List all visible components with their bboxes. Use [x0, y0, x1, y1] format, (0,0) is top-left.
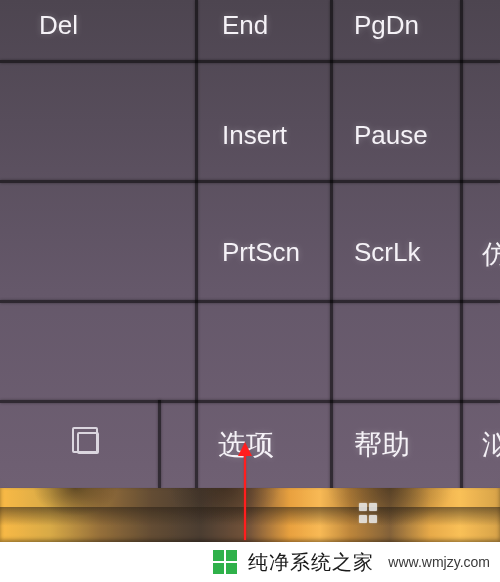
key-label: End	[222, 10, 268, 41]
key-label: Pause	[354, 120, 428, 151]
key-prtscn[interactable]: PrtScn	[208, 225, 330, 300]
grid-line	[0, 300, 500, 303]
key-label: Del	[39, 10, 78, 41]
watermark-url: www.wmjzy.com	[388, 554, 490, 570]
key-del[interactable]: Del	[25, 0, 195, 60]
key-label: 仿	[482, 237, 500, 272]
tray-app-icon[interactable]	[358, 502, 382, 526]
key-pause[interactable]: Pause	[340, 108, 460, 180]
key-label: ScrLk	[354, 237, 420, 268]
key-scrlk[interactable]: ScrLk	[340, 225, 460, 300]
key-label: Insert	[222, 120, 287, 151]
key-label: PrtScn	[222, 237, 300, 268]
key-options[interactable]: 选项	[204, 414, 330, 488]
key-label: PgDn	[354, 10, 419, 41]
key-partial-right-row3[interactable]: 仿	[468, 225, 500, 300]
key-label: 泤	[482, 426, 500, 464]
desktop-taskbar[interactable]	[0, 488, 500, 542]
grid-line	[0, 60, 500, 63]
watermark-brand: 纯净系统之家	[248, 549, 374, 576]
key-pgdn[interactable]: PgDn	[340, 0, 460, 60]
key-label: 帮助	[354, 426, 410, 464]
key-help[interactable]: 帮助	[340, 414, 460, 488]
source-watermark: 纯净系统之家 www.wmjzy.com	[0, 542, 500, 582]
grid-line	[158, 400, 161, 488]
grid-line	[0, 180, 500, 183]
watermark-logo-icon	[212, 549, 238, 575]
key-end[interactable]: End	[208, 0, 330, 60]
key-partial-right-row4[interactable]: 泤	[468, 414, 500, 488]
key-insert[interactable]: Insert	[208, 108, 330, 180]
dock-move-icon[interactable]	[77, 432, 99, 454]
grid-line	[0, 400, 500, 403]
key-label: 选项	[218, 426, 274, 464]
